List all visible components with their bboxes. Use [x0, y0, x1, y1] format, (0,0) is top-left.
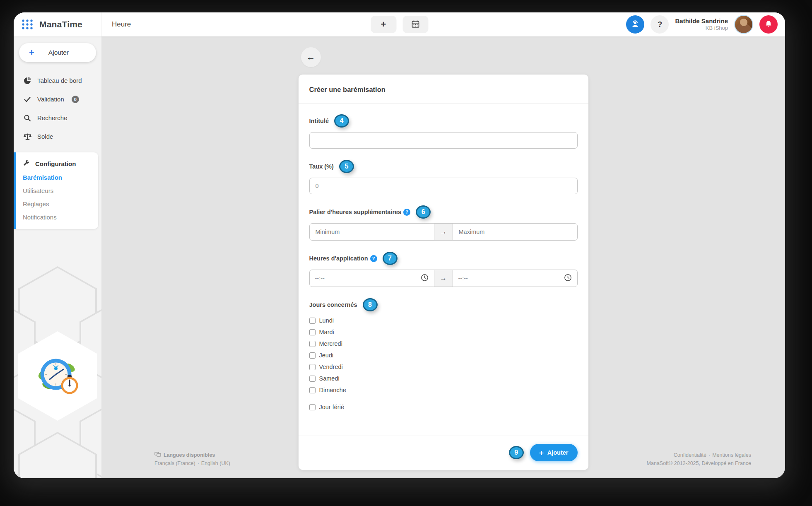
time-value: --:-- — [315, 275, 325, 282]
sidebar-item-dashboard[interactable]: Tableau de bord — [14, 71, 101, 90]
day-row-samedi[interactable]: Samedi — [309, 373, 578, 384]
arrow-right-icon: → — [434, 224, 453, 240]
field-taux: Taux (%) 5 — [309, 160, 578, 194]
user-name: Bathilde Sandrine — [675, 17, 728, 25]
footer-languages: Langues disponibles Français (France)·En… — [154, 451, 230, 467]
legal-link[interactable]: Mentions légales — [712, 452, 751, 458]
copyright-text: ManaSoft© 2012-2025, Développé en France — [647, 459, 751, 467]
palier-minimum-input[interactable] — [310, 224, 434, 240]
config-link-baremisation[interactable]: Barémisation — [16, 174, 98, 181]
clock-icon[interactable] — [564, 274, 572, 283]
languages-icon — [154, 451, 161, 459]
day-row-dimanche[interactable]: Dimanche — [309, 384, 578, 396]
heures-range-group: --:-- → --:-- — [309, 270, 578, 287]
checkbox[interactable] — [309, 318, 316, 324]
config-link-reglages[interactable]: Réglages — [16, 200, 98, 207]
sidebar-item-label: Validation — [37, 96, 64, 103]
heures-label: Heures d'application — [309, 255, 368, 262]
wrench-icon — [23, 159, 30, 168]
back-button[interactable]: ← — [301, 47, 321, 67]
jours-label: Jours concernés — [309, 301, 357, 308]
notifications-button[interactable] — [759, 15, 778, 34]
clock-illustration — [33, 350, 82, 402]
taux-label: Taux (%) — [309, 163, 334, 170]
day-label: Lundi — [319, 317, 334, 324]
day-label: Vendredi — [319, 364, 343, 370]
field-intitule: Intitulé 4 — [309, 114, 578, 149]
step-badge-5: 5 — [339, 160, 354, 173]
day-row-jour-ferie[interactable]: Jour férié — [309, 401, 578, 413]
sidebar-add-label: Ajouter — [48, 49, 69, 56]
brand[interactable]: ManaTime — [14, 12, 101, 36]
checkbox[interactable] — [309, 352, 316, 359]
plus-icon: + — [539, 449, 544, 457]
day-label: Mercredi — [319, 340, 342, 347]
submit-ajouter-button[interactable]: + Ajouter — [530, 444, 578, 461]
checkbox[interactable] — [309, 376, 316, 382]
checkbox[interactable] — [309, 329, 316, 335]
topbar-user-area: ? Bathilde Sandrine KB iShop — [626, 15, 785, 34]
plus-icon: + — [29, 48, 34, 57]
sidebar-add-button[interactable]: + Ajouter — [19, 43, 96, 62]
topbar-actions: + — [371, 16, 428, 33]
calendar-button[interactable] — [402, 16, 428, 33]
separator-dot: · — [198, 460, 199, 466]
language-link-fr[interactable]: Français (France) — [154, 460, 195, 466]
intitule-input[interactable] — [309, 132, 578, 149]
sidebar: + Ajouter Tableau de bord Validation 0 — [14, 36, 101, 478]
submit-label: Ajouter — [547, 449, 569, 456]
heure-fin-input[interactable]: --:-- — [453, 270, 577, 287]
sidebar-item-search[interactable]: Recherche — [14, 108, 101, 127]
day-row-mardi[interactable]: Mardi — [309, 326, 578, 338]
intitule-label: Intitulé — [309, 118, 329, 124]
day-row-lundi[interactable]: Lundi — [309, 315, 578, 326]
step-badge-4: 4 — [334, 114, 349, 128]
checkbox[interactable] — [309, 364, 316, 370]
heures-help-icon[interactable]: ? — [370, 255, 377, 262]
language-link-en[interactable]: English (UK) — [201, 460, 230, 466]
field-palier: Palier d'heures supplémentaires ? 6 → — [309, 205, 578, 241]
add-entry-button[interactable]: + — [371, 16, 396, 33]
apps-grid-icon[interactable] — [21, 18, 34, 31]
day-row-mercredi[interactable]: Mercredi — [309, 338, 578, 349]
heure-debut-input[interactable]: --:-- — [310, 270, 434, 287]
clock-icon[interactable] — [421, 274, 429, 283]
user-avatar[interactable] — [734, 15, 753, 34]
taux-input[interactable] — [309, 178, 578, 194]
step-badge-6: 6 — [416, 205, 431, 219]
checkbox[interactable] — [309, 404, 316, 410]
configuration-section: Configuration Barémisation Utilisateurs … — [14, 152, 98, 229]
palier-help-icon[interactable]: ? — [403, 209, 410, 216]
day-row-jeudi[interactable]: Jeudi — [309, 349, 578, 361]
form-footer: 9 + Ajouter — [299, 436, 588, 470]
privacy-link[interactable]: Confidentialité — [674, 452, 706, 458]
step-badge-8: 8 — [363, 298, 378, 311]
sidebar-item-balance[interactable]: Solde — [14, 127, 101, 146]
balance-scale-icon — [23, 133, 31, 140]
config-link-utilisateurs[interactable]: Utilisateurs — [16, 187, 98, 194]
step-badge-9: 9 — [509, 446, 524, 459]
config-link-notifications[interactable]: Notifications — [16, 214, 98, 221]
configuration-header: Configuration — [16, 159, 98, 168]
field-heures: Heures d'application ? 7 --:-- — [309, 252, 578, 287]
calendar-icon — [411, 20, 419, 29]
validation-count-badge: 0 — [72, 96, 79, 103]
day-label: Mardi — [319, 329, 334, 335]
create-baremisation-card: Créer une barémisation Intitulé 4 Taux ( — [299, 75, 588, 470]
help-button[interactable]: ? — [651, 15, 669, 34]
checkbox[interactable] — [309, 341, 316, 347]
pie-chart-icon — [23, 77, 31, 84]
checkbox[interactable] — [309, 387, 316, 393]
day-label: Samedi — [319, 375, 340, 382]
sidebar-item-validation[interactable]: Validation 0 — [14, 90, 101, 108]
palier-range-group: → — [309, 223, 578, 241]
step-badge-7: 7 — [383, 252, 398, 265]
day-label: Dimanche — [319, 387, 346, 393]
support-agent-icon — [631, 19, 640, 30]
support-button[interactable] — [626, 15, 644, 34]
user-organization: KB iShop — [675, 25, 728, 31]
day-row-vendredi[interactable]: Vendredi — [309, 361, 578, 373]
user-info[interactable]: Bathilde Sandrine KB iShop — [675, 17, 728, 32]
field-jours: Jours concernés 8 Lundi Mardi — [309, 298, 578, 413]
palier-maximum-input[interactable] — [453, 224, 577, 240]
